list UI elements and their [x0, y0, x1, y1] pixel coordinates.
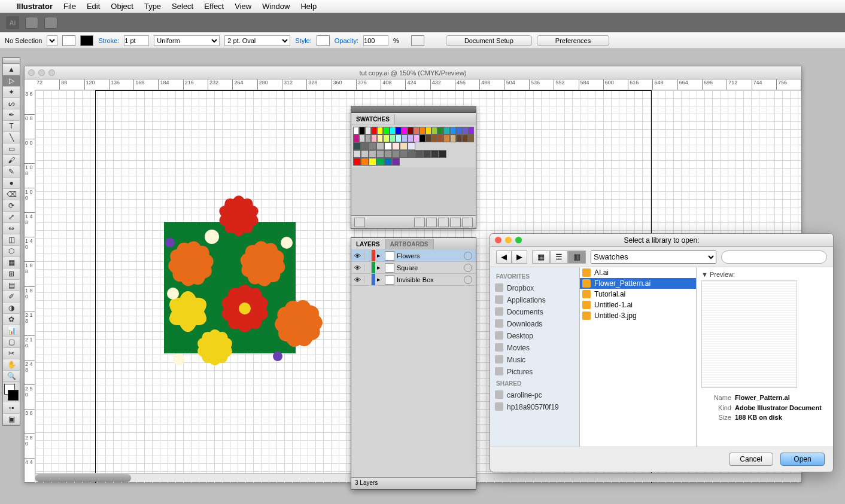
graphic-style-swatch[interactable] [317, 35, 330, 46]
swatch[interactable] [431, 127, 437, 135]
swatch[interactable] [437, 135, 443, 142]
sidebar-item[interactable]: Documents [490, 306, 579, 318]
zoom-icon[interactable] [515, 237, 522, 243]
swatch[interactable] [423, 150, 431, 158]
direct-selection-tool[interactable]: ▷ [3, 75, 20, 87]
swatch[interactable] [414, 127, 420, 135]
file-item[interactable]: Untitled-3.jpg [580, 310, 696, 321]
recolor-button[interactable] [411, 35, 424, 46]
line-tool[interactable]: ╲ [3, 132, 20, 143]
swatch-libraries-icon[interactable] [354, 218, 365, 227]
menu-select[interactable]: Select [172, 2, 193, 11]
swatch[interactable] [371, 127, 377, 135]
brush-dropdown[interactable]: 2 pt. Oval [224, 35, 290, 46]
swatch[interactable] [384, 142, 392, 150]
menu-window[interactable]: Window [262, 2, 290, 11]
panel-drag-handle[interactable] [351, 107, 476, 113]
dialog-titlebar[interactable]: Select a library to open: [490, 234, 833, 247]
sidebar-item[interactable]: Downloads [490, 318, 579, 330]
swatch[interactable] [450, 135, 456, 142]
swatch[interactable] [390, 127, 396, 135]
hand-tool[interactable]: ✋ [3, 359, 20, 371]
swatch[interactable] [361, 158, 369, 166]
menu-help[interactable]: Help [300, 2, 317, 11]
zoom-tool[interactable]: 🔍 [3, 371, 20, 382]
pen-tool[interactable]: ✒ [3, 109, 20, 121]
app-name[interactable]: Illustrator [17, 2, 53, 11]
type-tool[interactable]: T [3, 121, 20, 132]
icon-view-button[interactable]: ▦ [532, 251, 550, 264]
swatch[interactable] [443, 135, 449, 142]
sidebar-item[interactable]: Pictures [490, 366, 579, 378]
sidebar-item[interactable]: caroline-pc [490, 389, 579, 401]
width-tool[interactable]: ⇔ [3, 223, 20, 234]
lock-column[interactable] [364, 262, 372, 273]
swatch[interactable] [392, 142, 400, 150]
magic-wand-tool[interactable]: ✦ [3, 87, 20, 98]
layer-name[interactable]: Flowers [397, 252, 464, 259]
stroke-weight-input[interactable] [124, 35, 149, 46]
stroke-swatch[interactable] [80, 35, 93, 46]
swatch[interactable] [390, 135, 396, 142]
layers-tab[interactable]: LAYERS [351, 239, 385, 249]
lock-column[interactable] [364, 250, 372, 261]
swatch[interactable] [431, 150, 439, 158]
swatch[interactable] [439, 150, 446, 158]
show-swatch-kinds-icon[interactable] [414, 218, 425, 227]
symbol-sprayer-tool[interactable]: ✿ [3, 314, 20, 325]
free-transform-tool[interactable]: ◫ [3, 234, 20, 246]
sidebar-item[interactable]: Music [490, 354, 579, 366]
blob-brush-tool[interactable]: ● [3, 178, 20, 189]
bridge-button[interactable] [25, 17, 38, 29]
swatch[interactable] [384, 150, 392, 158]
swatches-tab[interactable]: SWATCHES [351, 114, 395, 124]
sidebar-item[interactable]: Dropbox [490, 282, 579, 294]
swatch[interactable] [365, 127, 371, 135]
visibility-icon[interactable]: 👁 [351, 252, 364, 259]
stroke-well[interactable] [8, 390, 19, 401]
color-mode-buttons[interactable]: ▫▪ [3, 402, 20, 414]
swatch[interactable] [420, 135, 425, 142]
swatch[interactable] [377, 127, 383, 135]
opacity-input[interactable] [363, 35, 388, 46]
target-icon[interactable] [464, 264, 472, 272]
perspective-tool[interactable]: ▦ [3, 257, 20, 268]
swatches-grid[interactable] [351, 125, 476, 167]
swatch[interactable] [353, 150, 361, 158]
blend-tool[interactable]: ◑ [3, 303, 20, 314]
eyedropper-tool[interactable]: ✐ [3, 291, 20, 303]
delete-swatch-icon[interactable] [462, 218, 473, 227]
expand-icon[interactable]: ▸ [375, 252, 382, 259]
menu-type[interactable]: Type [144, 2, 161, 11]
swatch[interactable] [408, 142, 415, 150]
nav-forward-button[interactable]: ▶ [512, 251, 527, 264]
swatch[interactable] [353, 127, 359, 135]
swatch[interactable] [402, 135, 408, 142]
swatch[interactable] [359, 135, 365, 142]
graph-tool[interactable]: 📊 [3, 325, 20, 337]
column-view-button[interactable]: ▥ [568, 251, 586, 264]
paintbrush-tool[interactable]: 🖌 [3, 155, 20, 166]
slice-tool[interactable]: ✂ [3, 348, 20, 359]
scrollbar-thumb[interactable] [35, 474, 131, 482]
swatch[interactable] [468, 127, 474, 135]
menu-object[interactable]: Object [111, 2, 133, 11]
swatch[interactable] [400, 142, 408, 150]
sidebar-item[interactable]: hp18a9057f0f19 [490, 401, 579, 413]
gradient-tool[interactable]: ▤ [3, 280, 20, 291]
rotate-tool[interactable]: ⟳ [3, 200, 20, 212]
swatch[interactable] [353, 158, 361, 166]
sidebar-item[interactable]: Movies [490, 342, 579, 354]
visibility-icon[interactable]: 👁 [351, 276, 364, 283]
swatch[interactable] [376, 150, 384, 158]
swatch[interactable] [420, 127, 425, 135]
cancel-button[interactable]: Cancel [729, 453, 773, 466]
menu-edit[interactable]: Edit [87, 2, 100, 11]
swatch[interactable] [443, 127, 449, 135]
swatch[interactable] [408, 127, 414, 135]
swatch[interactable] [392, 150, 400, 158]
stroke-profile-dropdown[interactable]: Uniform [154, 35, 220, 46]
document-titlebar[interactable]: tut copy.ai @ 150% (CMYK/Preview) [25, 66, 801, 80]
lock-column[interactable] [364, 274, 372, 285]
target-icon[interactable] [464, 276, 472, 284]
